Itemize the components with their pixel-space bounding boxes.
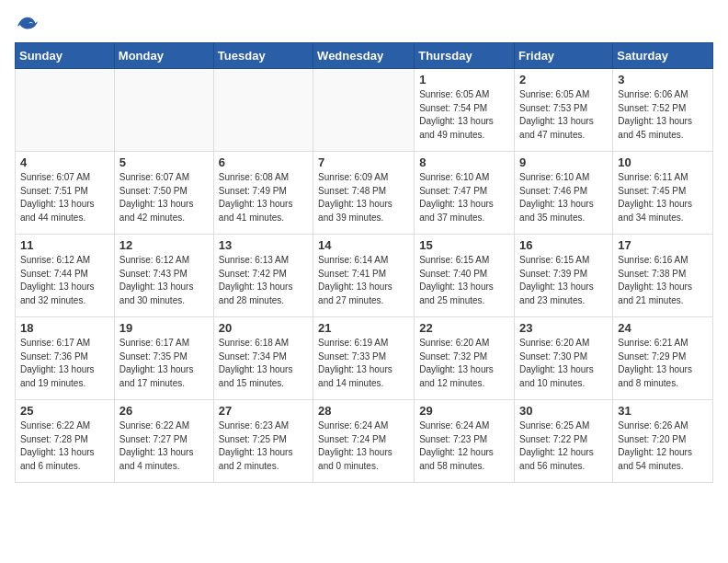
calendar-cell: 16Sunrise: 6:15 AM Sunset: 7:39 PM Dayli… bbox=[515, 235, 613, 317]
day-info: Sunrise: 6:05 AM Sunset: 7:54 PM Dayligh… bbox=[419, 88, 509, 142]
day-number: 13 bbox=[219, 238, 308, 252]
day-number: 18 bbox=[20, 321, 109, 335]
day-info: Sunrise: 6:16 AM Sunset: 7:38 PM Dayligh… bbox=[618, 254, 708, 307]
day-number: 3 bbox=[618, 73, 708, 86]
calendar-cell: 5Sunrise: 6:07 AM Sunset: 7:50 PM Daylig… bbox=[114, 152, 213, 235]
day-info: Sunrise: 6:12 AM Sunset: 7:44 PM Dayligh… bbox=[20, 254, 109, 307]
day-info: Sunrise: 6:26 AM Sunset: 7:20 PM Dayligh… bbox=[618, 419, 708, 473]
day-info: Sunrise: 6:15 AM Sunset: 7:40 PM Dayligh… bbox=[419, 254, 509, 307]
day-number: 2 bbox=[519, 73, 608, 86]
calendar-cell: 14Sunrise: 6:14 AM Sunset: 7:41 PM Dayli… bbox=[313, 235, 415, 317]
calendar-cell: 31Sunrise: 6:26 AM Sunset: 7:20 PM Dayli… bbox=[613, 400, 713, 483]
day-info: Sunrise: 6:07 AM Sunset: 7:50 PM Dayligh… bbox=[119, 171, 209, 224]
day-info: Sunrise: 6:15 AM Sunset: 7:39 PM Dayligh… bbox=[519, 254, 608, 307]
day-number: 22 bbox=[419, 321, 509, 335]
day-info: Sunrise: 6:14 AM Sunset: 7:41 PM Dayligh… bbox=[318, 254, 409, 307]
day-number: 29 bbox=[419, 404, 509, 418]
calendar-cell bbox=[313, 69, 415, 152]
day-number: 5 bbox=[119, 155, 209, 169]
day-number: 8 bbox=[419, 155, 509, 169]
calendar-cell: 4Sunrise: 6:07 AM Sunset: 7:51 PM Daylig… bbox=[16, 152, 115, 235]
calendar-cell: 17Sunrise: 6:16 AM Sunset: 7:38 PM Dayli… bbox=[613, 235, 713, 317]
calendar-cell: 9Sunrise: 6:10 AM Sunset: 7:46 PM Daylig… bbox=[515, 152, 613, 235]
calendar-cell: 23Sunrise: 6:20 AM Sunset: 7:30 PM Dayli… bbox=[515, 317, 613, 400]
day-number: 14 bbox=[318, 238, 409, 252]
day-info: Sunrise: 6:06 AM Sunset: 7:52 PM Dayligh… bbox=[618, 88, 708, 142]
calendar-cell: 21Sunrise: 6:19 AM Sunset: 7:33 PM Dayli… bbox=[313, 317, 415, 400]
day-number: 15 bbox=[419, 238, 509, 252]
week-row-5: 25Sunrise: 6:22 AM Sunset: 7:28 PM Dayli… bbox=[16, 400, 713, 483]
calendar-cell: 29Sunrise: 6:24 AM Sunset: 7:23 PM Dayli… bbox=[415, 400, 515, 483]
calendar-cell: 24Sunrise: 6:21 AM Sunset: 7:29 PM Dayli… bbox=[613, 317, 713, 400]
header bbox=[15, 15, 713, 31]
calendar-cell: 26Sunrise: 6:22 AM Sunset: 7:27 PM Dayli… bbox=[114, 400, 213, 483]
day-info: Sunrise: 6:07 AM Sunset: 7:51 PM Dayligh… bbox=[20, 171, 109, 224]
calendar-cell: 18Sunrise: 6:17 AM Sunset: 7:36 PM Dayli… bbox=[16, 317, 115, 400]
day-info: Sunrise: 6:20 AM Sunset: 7:30 PM Dayligh… bbox=[519, 337, 608, 390]
calendar-table: SundayMondayTuesdayWednesdayThursdayFrid… bbox=[15, 42, 713, 483]
logo-bird-icon bbox=[17, 15, 38, 35]
calendar-cell: 19Sunrise: 6:17 AM Sunset: 7:35 PM Dayli… bbox=[114, 317, 213, 400]
day-info: Sunrise: 6:10 AM Sunset: 7:47 PM Dayligh… bbox=[419, 171, 509, 224]
calendar-header-row: SundayMondayTuesdayWednesdayThursdayFrid… bbox=[16, 43, 713, 69]
calendar-cell: 28Sunrise: 6:24 AM Sunset: 7:24 PM Dayli… bbox=[313, 400, 415, 483]
day-info: Sunrise: 6:11 AM Sunset: 7:45 PM Dayligh… bbox=[618, 171, 708, 224]
day-number: 10 bbox=[618, 155, 708, 169]
header-day-tuesday: Tuesday bbox=[213, 43, 313, 69]
day-number: 17 bbox=[618, 238, 708, 252]
calendar-cell: 7Sunrise: 6:09 AM Sunset: 7:48 PM Daylig… bbox=[313, 152, 415, 235]
day-number: 11 bbox=[20, 238, 109, 252]
day-info: Sunrise: 6:22 AM Sunset: 7:28 PM Dayligh… bbox=[20, 419, 109, 473]
calendar-cell: 27Sunrise: 6:23 AM Sunset: 7:25 PM Dayli… bbox=[213, 400, 313, 483]
calendar-cell: 15Sunrise: 6:15 AM Sunset: 7:40 PM Dayli… bbox=[415, 235, 515, 317]
day-info: Sunrise: 6:24 AM Sunset: 7:24 PM Dayligh… bbox=[318, 419, 409, 473]
week-row-4: 18Sunrise: 6:17 AM Sunset: 7:36 PM Dayli… bbox=[16, 317, 713, 400]
calendar-cell: 12Sunrise: 6:12 AM Sunset: 7:43 PM Dayli… bbox=[114, 235, 213, 317]
day-info: Sunrise: 6:19 AM Sunset: 7:33 PM Dayligh… bbox=[318, 337, 409, 390]
calendar-cell: 2Sunrise: 6:05 AM Sunset: 7:53 PM Daylig… bbox=[515, 69, 613, 152]
day-info: Sunrise: 6:08 AM Sunset: 7:49 PM Dayligh… bbox=[219, 171, 308, 224]
calendar-cell: 10Sunrise: 6:11 AM Sunset: 7:45 PM Dayli… bbox=[613, 152, 713, 235]
calendar-cell: 25Sunrise: 6:22 AM Sunset: 7:28 PM Dayli… bbox=[16, 400, 115, 483]
day-number: 7 bbox=[318, 155, 409, 169]
day-info: Sunrise: 6:17 AM Sunset: 7:36 PM Dayligh… bbox=[20, 337, 109, 390]
day-info: Sunrise: 6:17 AM Sunset: 7:35 PM Dayligh… bbox=[119, 337, 209, 390]
day-number: 27 bbox=[219, 404, 308, 418]
day-number: 1 bbox=[419, 73, 509, 86]
calendar-cell: 11Sunrise: 6:12 AM Sunset: 7:44 PM Dayli… bbox=[16, 235, 115, 317]
header-day-wednesday: Wednesday bbox=[313, 43, 415, 69]
day-number: 20 bbox=[219, 321, 308, 335]
calendar-cell: 3Sunrise: 6:06 AM Sunset: 7:52 PM Daylig… bbox=[613, 69, 713, 152]
day-number: 21 bbox=[318, 321, 409, 335]
calendar-cell: 6Sunrise: 6:08 AM Sunset: 7:49 PM Daylig… bbox=[213, 152, 313, 235]
day-number: 30 bbox=[519, 404, 608, 418]
day-number: 26 bbox=[119, 404, 209, 418]
header-day-friday: Friday bbox=[515, 43, 613, 69]
day-info: Sunrise: 6:13 AM Sunset: 7:42 PM Dayligh… bbox=[219, 254, 308, 307]
day-number: 24 bbox=[618, 321, 708, 335]
day-info: Sunrise: 6:18 AM Sunset: 7:34 PM Dayligh… bbox=[219, 337, 308, 390]
logo bbox=[15, 15, 38, 31]
calendar-cell bbox=[114, 69, 213, 152]
day-number: 6 bbox=[219, 155, 308, 169]
day-number: 16 bbox=[519, 238, 608, 252]
calendar-cell: 22Sunrise: 6:20 AM Sunset: 7:32 PM Dayli… bbox=[415, 317, 515, 400]
day-number: 9 bbox=[519, 155, 608, 169]
week-row-1: 1Sunrise: 6:05 AM Sunset: 7:54 PM Daylig… bbox=[16, 69, 713, 152]
day-number: 31 bbox=[618, 404, 708, 418]
day-info: Sunrise: 6:20 AM Sunset: 7:32 PM Dayligh… bbox=[419, 337, 509, 390]
calendar-cell: 13Sunrise: 6:13 AM Sunset: 7:42 PM Dayli… bbox=[213, 235, 313, 317]
day-number: 12 bbox=[119, 238, 209, 252]
day-number: 25 bbox=[20, 404, 109, 418]
day-info: Sunrise: 6:23 AM Sunset: 7:25 PM Dayligh… bbox=[219, 419, 308, 473]
day-info: Sunrise: 6:10 AM Sunset: 7:46 PM Dayligh… bbox=[519, 171, 608, 224]
header-day-thursday: Thursday bbox=[415, 43, 515, 69]
day-info: Sunrise: 6:24 AM Sunset: 7:23 PM Dayligh… bbox=[419, 419, 509, 473]
calendar-cell bbox=[16, 69, 115, 152]
day-info: Sunrise: 6:12 AM Sunset: 7:43 PM Dayligh… bbox=[119, 254, 209, 307]
calendar-cell bbox=[213, 69, 313, 152]
day-number: 23 bbox=[519, 321, 608, 335]
calendar-cell: 20Sunrise: 6:18 AM Sunset: 7:34 PM Dayli… bbox=[213, 317, 313, 400]
calendar-cell: 1Sunrise: 6:05 AM Sunset: 7:54 PM Daylig… bbox=[415, 69, 515, 152]
day-info: Sunrise: 6:21 AM Sunset: 7:29 PM Dayligh… bbox=[618, 337, 708, 390]
